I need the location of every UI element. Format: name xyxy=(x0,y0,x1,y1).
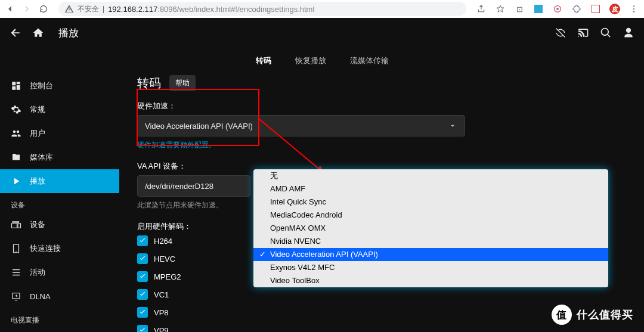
ext-icon-1[interactable]: ⊡ xyxy=(513,2,526,15)
codec-label: VP9 xyxy=(154,326,169,333)
ext-icon-4[interactable] xyxy=(589,2,602,15)
sidebar-item-dlna[interactable]: DLNA xyxy=(0,284,119,308)
sidebar-item-label: 常规 xyxy=(30,104,45,115)
sidebar-item-label: 设备 xyxy=(30,219,45,230)
svg-point-2 xyxy=(633,5,634,7)
sidebar-item-label: 播放 xyxy=(30,176,45,187)
tab-resume[interactable]: 恢复播放 xyxy=(293,52,329,70)
sidebar-item-label: 活动 xyxy=(30,267,45,278)
codec-row[interactable]: VP9 xyxy=(137,325,465,332)
home-icon[interactable] xyxy=(32,27,44,39)
checkbox-icon[interactable] xyxy=(137,271,148,282)
search-icon[interactable] xyxy=(600,27,612,39)
sync-off-icon[interactable] xyxy=(555,27,566,39)
codec-label: HEVC xyxy=(154,255,175,263)
extensions-icon[interactable] xyxy=(570,2,583,15)
app-header: 播放 xyxy=(0,18,644,48)
dropdown-option[interactable]: Intel Quick Sync xyxy=(253,196,608,209)
hw-accel-dropdown[interactable]: 无 AMD AMF Intel Quick Sync MediaCodec An… xyxy=(253,169,608,287)
watermark-text: 什么值得买 xyxy=(577,308,633,322)
chevron-down-icon xyxy=(448,121,457,131)
sidebar-item-livetv[interactable]: 电视直播 xyxy=(0,328,119,332)
codec-label: VC1 xyxy=(154,290,169,299)
svg-point-3 xyxy=(633,8,634,10)
sidebar-item-dashboard[interactable]: 控制台 xyxy=(0,74,119,98)
codec-label: H264 xyxy=(154,237,172,246)
codec-label: MPEG2 xyxy=(154,272,181,281)
reload-button[interactable] xyxy=(37,2,50,15)
sidebar-item-activity[interactable]: 活动 xyxy=(0,260,119,284)
checkbox-icon[interactable] xyxy=(137,253,148,264)
svg-point-5 xyxy=(16,251,17,252)
checkbox-icon[interactable] xyxy=(137,289,148,300)
back-button[interactable] xyxy=(4,2,17,15)
help-button[interactable]: 帮助 xyxy=(169,75,196,91)
vaapi-device-value: /dev/dri/renderD128 xyxy=(145,182,213,191)
star-icon[interactable] xyxy=(494,2,507,15)
svg-point-1 xyxy=(556,8,559,10)
page-title: 播放 xyxy=(55,26,79,40)
menu-dots-icon[interactable] xyxy=(627,2,640,15)
dropdown-option[interactable]: Video ToolBox xyxy=(253,274,608,287)
sidebar-item-general[interactable]: 常规 xyxy=(0,98,119,122)
app: 播放 转码 恢复播放 流媒体传输 控制台 常规 用户 媒体库 播放 设备 设备 … xyxy=(0,18,644,332)
dropdown-option[interactable]: MediaCodec Android xyxy=(253,209,608,222)
sidebar-item-playback[interactable]: 播放 xyxy=(0,169,119,193)
tab-bar: 转码 恢复播放 流媒体传输 xyxy=(0,50,644,72)
tab-transcoding[interactable]: 转码 xyxy=(253,52,274,70)
sidebar-item-label: 用户 xyxy=(30,128,45,139)
dropdown-option[interactable]: Exynos V4L2 MFC xyxy=(253,261,608,274)
checkbox-icon[interactable] xyxy=(137,325,148,332)
codec-row[interactable]: VP8 xyxy=(137,307,465,318)
sidebar-item-devices[interactable]: 设备 xyxy=(0,213,119,237)
sidebar-item-users[interactable]: 用户 xyxy=(0,122,119,145)
sidebar-header-livetv: 电视直播 xyxy=(0,308,119,328)
hw-accel-value: Video Acceleration API (VAAPI) xyxy=(145,122,253,131)
vaapi-device-input[interactable]: /dev/dri/renderD128 xyxy=(137,175,250,197)
back-arrow-icon[interactable] xyxy=(10,27,21,39)
checkbox-icon[interactable] xyxy=(137,307,148,318)
insecure-label: 不安全 xyxy=(78,4,99,14)
content-title: 转码 xyxy=(137,75,161,91)
url-bar[interactable]: 不安全 | 192.168.2.117:8096/web/index.html#… xyxy=(58,2,466,16)
share-icon[interactable] xyxy=(475,2,488,15)
browser-right-icons: ⊡ 皮 xyxy=(475,2,640,15)
sidebar-item-quickconnect[interactable]: 快速连接 xyxy=(0,237,119,260)
watermark-icon: 值 xyxy=(552,305,572,325)
sidebar-item-label: 媒体库 xyxy=(30,152,53,163)
codec-label: VP8 xyxy=(154,308,169,317)
svg-point-4 xyxy=(633,11,634,13)
watermark-badge: 值 什么值得买 xyxy=(552,305,633,325)
sidebar-header-devices: 设备 xyxy=(0,193,119,213)
dropdown-option[interactable]: 无 xyxy=(253,169,608,182)
sidebar-item-label: 快速连接 xyxy=(30,243,61,254)
hw-accel-select[interactable]: Video Acceleration API (VAAPI) xyxy=(137,115,465,136)
user-icon[interactable] xyxy=(623,27,634,39)
dropdown-option[interactable]: Video Acceleration API (VAAPI) xyxy=(253,248,608,261)
sidebar: 控制台 常规 用户 媒体库 播放 设备 设备 快速连接 活动 DLNA 电视直播… xyxy=(0,72,119,332)
hw-accel-hint[interactable]: 硬件加速需要额外配置。 xyxy=(137,140,465,150)
warning-icon xyxy=(64,4,74,14)
browser-toolbar: 不安全 | 192.168.2.117:8096/web/index.html#… xyxy=(0,0,644,18)
sidebar-item-label: DLNA xyxy=(30,292,51,301)
hw-accel-label: 硬件加速： xyxy=(137,101,465,111)
dropdown-option[interactable]: OpenMAX OMX xyxy=(253,222,608,235)
forward-button[interactable] xyxy=(20,2,33,15)
profile-avatar[interactable]: 皮 xyxy=(608,2,621,15)
ext-icon-3[interactable] xyxy=(551,2,564,15)
sidebar-item-libraries[interactable]: 媒体库 xyxy=(0,145,119,169)
cast-icon[interactable] xyxy=(577,27,589,39)
tab-streaming[interactable]: 流媒体传输 xyxy=(348,52,391,70)
sidebar-item-label: 控制台 xyxy=(30,80,53,91)
url-text: 192.168.2.117:8096/web/index.html#!/enco… xyxy=(108,5,460,14)
ext-icon-2[interactable] xyxy=(532,2,545,15)
dropdown-option[interactable]: Nvidia NVENC xyxy=(253,235,608,248)
dropdown-option[interactable]: AMD AMF xyxy=(253,182,608,196)
codec-row[interactable]: VC1 xyxy=(137,289,465,300)
checkbox-icon[interactable] xyxy=(137,235,148,246)
